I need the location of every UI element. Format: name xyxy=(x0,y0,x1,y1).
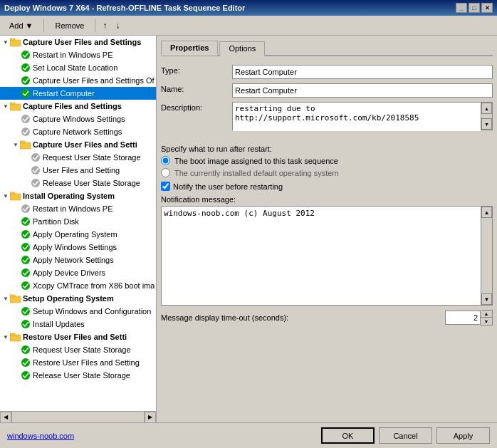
tree-pane: ▼Capture User Files and SettingsRestart … xyxy=(0,36,156,411)
tree-item-xcopy-cmtrace[interactable]: Xcopy CMTrace from X86 boot ima xyxy=(0,279,156,292)
scroll-left-button[interactable]: ◀ xyxy=(0,412,11,423)
name-input[interactable] xyxy=(232,83,493,98)
tree-label: Restart in Windows PE xyxy=(33,204,113,213)
tree-expand-icon: ▼ xyxy=(1,102,10,110)
desc-scroll-down[interactable]: ▼ xyxy=(481,118,492,130)
type-input[interactable] xyxy=(232,65,493,79)
tree-expand-icon xyxy=(11,204,20,213)
add-arrow-icon: ▼ xyxy=(26,21,33,30)
svg-point-12 xyxy=(31,153,40,162)
check-green-icon xyxy=(20,254,31,266)
tree-expand-icon xyxy=(21,179,30,187)
close-button[interactable]: ✕ xyxy=(481,3,493,13)
scroll-track[interactable] xyxy=(11,412,145,422)
tree-item-apply-os[interactable]: Apply Operating System xyxy=(0,228,156,241)
tree-expand-icon xyxy=(11,320,20,328)
notify-scrollbar: ▲ ▼ xyxy=(481,207,492,305)
tree-expand-icon xyxy=(21,166,30,174)
tree-item-user-files-settings[interactable]: User Files and Setting xyxy=(0,164,156,177)
svg-rect-28 xyxy=(10,335,21,341)
tab-bar: Properties Options xyxy=(161,40,493,56)
minimize-button[interactable]: _ xyxy=(456,3,467,13)
tree-label: Capture Network Settings xyxy=(33,127,122,136)
svg-point-26 xyxy=(21,307,30,316)
tree-item-release-user-state-2[interactable]: Release User State Storage xyxy=(0,369,156,382)
tree-item-grp-capture-files[interactable]: ▼Capture Files and Settings xyxy=(0,100,156,113)
tree-expand-icon xyxy=(11,51,20,59)
svg-rect-6 xyxy=(10,104,21,110)
description-textarea[interactable] xyxy=(233,103,481,131)
move-up-icon[interactable]: ↑ xyxy=(100,21,110,31)
check-green-icon xyxy=(20,229,31,240)
svg-point-20 xyxy=(21,243,30,251)
tab-options[interactable]: Options xyxy=(219,41,265,56)
tree-item-capture-user-files-of[interactable]: Capture User Files and Settings Of xyxy=(0,74,156,87)
svg-point-13 xyxy=(31,166,40,174)
remove-label: Remove xyxy=(55,21,84,30)
radio-current-os[interactable] xyxy=(161,168,170,177)
properties-form: Type: Name: Description: xyxy=(161,62,493,137)
tree-label: Capture User Files and Settings xyxy=(23,38,141,46)
tree-expand-icon xyxy=(11,243,20,251)
svg-rect-0 xyxy=(10,40,21,46)
timeout-input[interactable] xyxy=(445,311,481,325)
tree-item-capture-win-settings[interactable]: Capture Windows Settings xyxy=(0,113,156,125)
tree-label: Restart in Windows PE xyxy=(33,51,113,59)
remove-button[interactable]: Remove xyxy=(48,19,90,32)
tree-item-install-updates[interactable]: Install Updates xyxy=(0,318,156,330)
radio-item-2: The currently installed default operatin… xyxy=(161,168,493,177)
scroll-right-button[interactable]: ▶ xyxy=(145,412,156,423)
radio-boot-image[interactable] xyxy=(161,156,170,165)
tree-label: Apply Operating System xyxy=(33,230,117,239)
radio-current-os-label: The currently installed default operatin… xyxy=(174,169,339,177)
tree-item-set-local-state[interactable]: Set Local State Location xyxy=(0,61,156,74)
cancel-button[interactable]: Cancel xyxy=(379,427,432,444)
svg-point-30 xyxy=(21,345,30,354)
tree-expand-icon xyxy=(11,89,20,98)
tree-item-request-user-state[interactable]: Request User State Storage xyxy=(0,151,156,164)
svg-point-31 xyxy=(21,358,30,367)
tree-item-grp-setup-os[interactable]: ▼Setup Operating System xyxy=(0,292,156,305)
move-down-icon[interactable]: ↓ xyxy=(113,21,122,31)
tree-item-apply-device-drivers[interactable]: Apply Device Drivers xyxy=(0,266,156,279)
tree-item-apply-net-settings[interactable]: Apply Network Settings xyxy=(0,254,156,266)
tree-item-grp-restore-user[interactable]: ▼Restore User Files and Setti xyxy=(0,330,156,343)
brand-link[interactable]: windows-noob.com xyxy=(7,432,74,440)
tree-item-request-user-state-2[interactable]: Request User State Storage xyxy=(0,343,156,356)
notify-scroll-down[interactable]: ▼ xyxy=(481,293,492,305)
tab-properties[interactable]: Properties xyxy=(161,41,218,56)
notify-scroll-up[interactable]: ▲ xyxy=(481,207,492,218)
ok-button[interactable]: OK xyxy=(321,427,375,444)
apply-button[interactable]: Apply xyxy=(436,427,490,444)
maximize-button[interactable]: □ xyxy=(469,3,480,13)
timeout-increment[interactable]: ▲ xyxy=(481,311,492,318)
tree-item-setup-win-config[interactable]: Setup Windows and Configuration xyxy=(0,305,156,318)
tree-item-restart-computer[interactable]: Restart Computer xyxy=(0,87,156,100)
add-button[interactable]: Add ▼ xyxy=(3,19,39,32)
tree-expand-icon: ▼ xyxy=(11,140,20,149)
tree-label: Capture User Files and Settings Of xyxy=(33,76,155,85)
tree-label: Partition Disk xyxy=(33,217,79,226)
horizontal-scrollbar[interactable]: ◀ ▶ xyxy=(0,411,156,422)
desc-scroll-up[interactable]: ▲ xyxy=(481,103,492,114)
notify-message-textarea[interactable] xyxy=(162,207,481,305)
notify-textarea-wrapper: ▲ ▼ xyxy=(161,206,493,306)
tree-label: Request User State Storage xyxy=(43,153,141,162)
tree-item-apply-win-settings[interactable]: Apply Windows Settings xyxy=(0,241,156,254)
tree-item-restart-win-pe-1[interactable]: Restart in Windows PE xyxy=(0,48,156,61)
tree-item-grp-capture-user[interactable]: ▼Capture User Files and Settings xyxy=(0,36,156,48)
tree-item-capture-net-settings[interactable]: Capture Network Settings xyxy=(0,125,156,138)
tree-item-restore-user-files[interactable]: Restore User Files and Setting xyxy=(0,356,156,369)
tree-item-release-user-state[interactable]: Release User State Storage xyxy=(0,177,156,189)
tree-item-partition-disk[interactable]: Partition Disk xyxy=(0,215,156,228)
tree-item-grp-install-os[interactable]: ▼Install Operating System xyxy=(0,189,156,202)
folder-open-icon xyxy=(10,331,21,343)
svg-rect-29 xyxy=(10,333,15,335)
tree-item-restart-win-pe-2[interactable]: Restart in Windows PE xyxy=(0,202,156,215)
tree-label: Setup Windows and Configuration xyxy=(33,307,151,316)
notify-checkbox[interactable] xyxy=(161,182,170,191)
timeout-spinner: ▲ ▼ xyxy=(481,310,493,325)
timeout-decrement[interactable]: ▼ xyxy=(481,318,492,325)
svg-rect-25 xyxy=(10,295,15,297)
tree-item-grp-capture-user-files2[interactable]: ▼Capture User Files and Setti xyxy=(0,138,156,151)
